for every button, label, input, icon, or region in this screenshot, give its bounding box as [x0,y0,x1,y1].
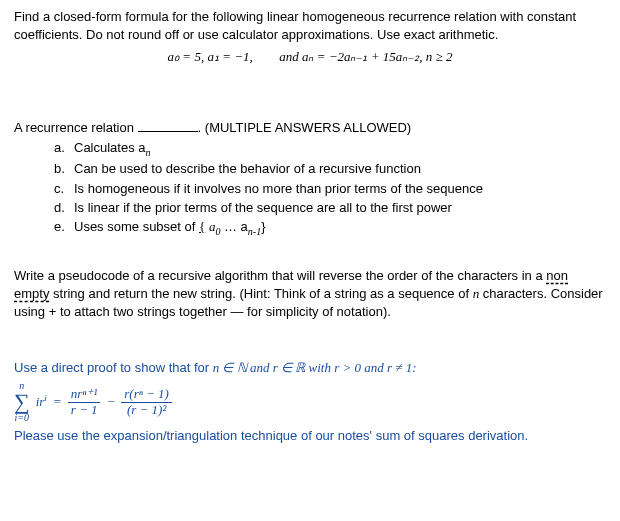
q2-stem-pre: A recurrence relation [14,120,138,135]
choice-text: Is homogeneous if it involves no more th… [74,181,483,196]
q2-choices: a.Calculates an b.Can be used to describ… [14,139,606,239]
q1-math: a₀ = 5, a₁ = −1, and aₙ = −2aₙ₋₁ + 15aₙ₋… [14,48,606,66]
sub1: n-1 [248,226,261,237]
f1-num: nrⁿ⁺¹ [68,387,101,403]
fraction-2: r(rⁿ − 1) (r − 1)² [121,387,172,418]
equals: = [53,393,62,411]
q3-post: string and return the new string. (Hint:… [49,286,472,301]
fraction-1: nrⁿ⁺¹ r − 1 [68,387,101,418]
minus: − [107,393,116,411]
subscript: n [146,146,151,157]
sigma-bottom: i=0 [15,413,30,423]
summand-sup: i [44,393,47,403]
f2-num: r(rⁿ − 1) [121,387,172,403]
q1-prompt: Find a closed-form formula for the follo… [14,8,606,44]
q3-pre: Write a pseudocode of a recursive algori… [14,268,546,283]
q2-stem: A recurrence relation . (MULTIPLE ANSWER… [14,119,606,137]
q4-intro-line: Use a direct proof to show that for n ∈ … [14,359,606,377]
q4-note: Please use the expansion/triangulation t… [14,427,606,445]
set-open: { a [199,219,215,234]
choice-b[interactable]: b.Can be used to describe the behavior o… [54,160,606,178]
q4-cond: n ∈ ℕ and r ∈ ℝ with r > 0 and r ≠ 1: [213,360,417,375]
question-1: Find a closed-form formula for the follo… [14,8,606,67]
choice-c[interactable]: c.Is homogeneous if it involves no more … [54,180,606,198]
q2-stem-post: . (MULTIPLE ANSWERS ALLOWED) [198,120,412,135]
dots: … a [220,219,247,234]
f1-den: r − 1 [68,403,101,418]
q4-formula: n ∑ i=0 iri = nrⁿ⁺¹ r − 1 − r(rⁿ − 1) (r… [14,381,606,423]
choice-text: Is linear if the prior terms of the sequ… [74,200,452,215]
choice-label: e. [54,218,74,236]
question-2: A recurrence relation . (MULTIPLE ANSWER… [14,119,606,239]
summand: iri [36,392,47,412]
choice-d[interactable]: d.Is linear if the prior terms of the se… [54,199,606,217]
set-close: } [261,219,265,234]
choice-label: b. [54,160,74,178]
choice-label: d. [54,199,74,217]
question-3: Write a pseudocode of a recursive algori… [14,267,606,322]
q1-math-lhs: a₀ = 5, a₁ = −1, [168,49,253,64]
q1-math-rhs: and aₙ = −2aₙ₋₁ + 15aₙ₋₂, n ≥ 2 [279,49,452,64]
sigma-symbol: ∑ [14,391,30,413]
q3-text: Write a pseudocode of a recursive algori… [14,267,606,322]
choice-a[interactable]: a.Calculates an [54,139,606,160]
f2-den: (r − 1)² [124,403,169,418]
choice-text-pre: Uses some subset of [74,219,199,234]
question-4: Use a direct proof to show that for n ∈ … [14,359,606,445]
choice-label: c. [54,180,74,198]
q4-intro: Use a direct proof to show that for [14,360,213,375]
choice-text: Calculates a [74,140,146,155]
choice-text: Can be used to describe the behavior of … [74,161,421,176]
choice-e[interactable]: e.Uses some subset of { a0 … an-1} [54,218,606,239]
choice-label: a. [54,139,74,157]
sigma-icon: n ∑ i=0 [14,381,30,423]
fill-blank[interactable] [138,120,198,132]
